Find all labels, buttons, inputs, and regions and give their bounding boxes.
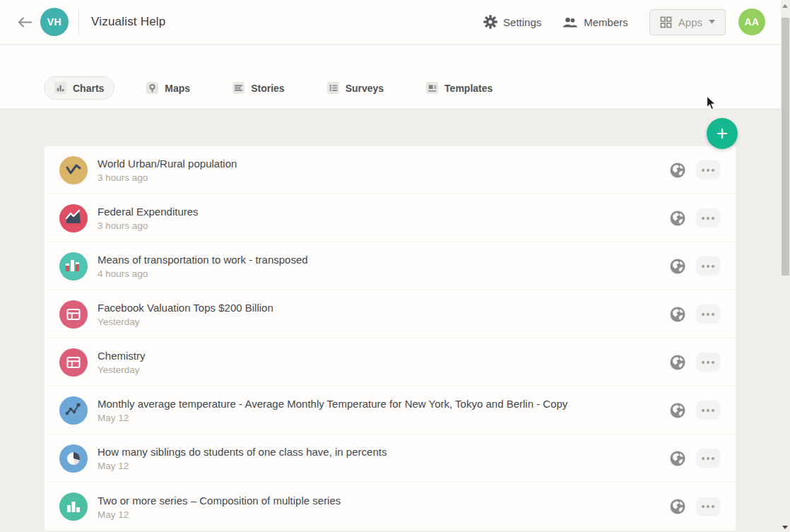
bar-chart-thumb-icon (59, 492, 88, 521)
create-new-button[interactable]: + (707, 118, 738, 149)
item-timestamp: May 12 (98, 509, 341, 520)
published-globe-icon[interactable] (669, 450, 686, 467)
item-timestamp: 3 hours ago (98, 172, 237, 183)
scrollbar-thumb[interactable] (782, 18, 789, 276)
published-globe-icon[interactable] (669, 162, 686, 179)
list-item[interactable]: Federal Expenditures 3 hours ago (45, 194, 736, 242)
apps-grid-icon (660, 16, 672, 28)
apps-label: Apps (678, 16, 702, 28)
template-icon (426, 82, 438, 94)
item-title: Monthly average temperature - Average Mo… (98, 397, 567, 410)
chevron-down-icon (709, 20, 715, 24)
table-thumb-icon (59, 348, 88, 377)
list-item[interactable]: Chemistry Yesterday (45, 338, 736, 386)
arrow-left-icon (17, 16, 33, 28)
tab-surveys-label: Surveys (346, 83, 384, 94)
item-timestamp: Yesterday (98, 365, 146, 375)
published-globe-icon[interactable] (669, 258, 686, 275)
gear-icon (483, 15, 497, 29)
scatter-chart-thumb-icon (59, 396, 88, 425)
published-globe-icon[interactable] (669, 306, 686, 323)
scrollbar-up-arrow[interactable] (782, 4, 788, 8)
list-item[interactable]: World Urban/Rural population 3 hours ago (45, 146, 736, 194)
row-menu-button[interactable] (696, 208, 720, 227)
settings-label: Settings (503, 16, 541, 28)
row-menu-button[interactable] (696, 353, 720, 372)
item-title: Federal Expenditures (98, 205, 199, 218)
pie-chart-thumb-icon (59, 444, 88, 473)
charts-bar-icon (54, 82, 66, 94)
vertical-scrollbar[interactable] (781, 0, 790, 532)
header-divider (78, 9, 79, 35)
tab-bar: Charts Maps Stories (0, 45, 781, 110)
tab-charts[interactable]: Charts (44, 76, 114, 100)
item-title: Means of transportation to work - transp… (98, 253, 308, 266)
published-globe-icon[interactable] (669, 210, 686, 227)
table-thumb-icon (59, 300, 88, 329)
list-item[interactable]: Monthly average temperature - Average Mo… (45, 386, 736, 435)
row-menu-button[interactable] (696, 497, 720, 516)
list-item[interactable]: Means of transportation to work - transp… (45, 242, 736, 290)
item-timestamp: May 12 (98, 461, 387, 471)
user-avatar[interactable]: AA (738, 8, 765, 35)
tab-maps[interactable]: Maps (136, 76, 201, 100)
top-bar: VH Vizualist Help (0, 0, 781, 45)
projects-list: World Urban/Rural population 3 hours ago (45, 146, 736, 531)
tab-templates[interactable]: Templates (415, 76, 503, 100)
row-menu-button[interactable] (696, 256, 720, 276)
list-item[interactable]: How many siblings do students of one cla… (45, 435, 736, 483)
published-globe-icon[interactable] (669, 402, 686, 419)
story-lines-icon (232, 82, 244, 94)
area-chart-thumb-icon (59, 204, 88, 232)
survey-list-icon (327, 82, 339, 94)
back-button[interactable] (16, 13, 34, 31)
published-globe-icon[interactable] (669, 354, 686, 371)
list-item[interactable]: Facebook Valuation Tops $200 Billion Yes… (45, 290, 736, 338)
item-timestamp: May 12 (98, 413, 567, 423)
page-title: Vizualist Help (91, 15, 165, 29)
row-menu-button[interactable] (696, 305, 720, 324)
members-menu-item[interactable]: Members (562, 16, 628, 29)
workspace-avatar[interactable]: VH (40, 8, 69, 36)
row-menu-button[interactable] (696, 449, 720, 468)
row-menu-button[interactable] (696, 401, 720, 420)
apps-button[interactable]: Apps (649, 9, 726, 35)
item-title: World Urban/Rural population (98, 157, 237, 170)
tab-charts-label: Charts (73, 83, 104, 94)
item-title: Chemistry (98, 349, 146, 362)
tab-templates-label: Templates (444, 83, 493, 94)
settings-menu-item[interactable]: Settings (483, 15, 541, 29)
scrollbar-down-arrow[interactable] (782, 526, 788, 529)
row-menu-button[interactable] (696, 160, 720, 179)
tab-stories-label: Stories (251, 83, 284, 94)
line-chart-thumb-icon (59, 156, 88, 184)
members-label: Members (584, 16, 628, 28)
published-globe-icon[interactable] (669, 498, 686, 515)
top-bar-actions: Settings Members Apps (483, 8, 781, 35)
content-area: World Urban/Rural population 3 hours ago (0, 110, 781, 532)
item-title: Facebook Valuation Tops $200 Billion (98, 301, 273, 314)
item-title: Two or more series – Composition of mult… (98, 494, 341, 507)
item-timestamp: 4 hours ago (98, 268, 308, 279)
column-chart-thumb-icon (59, 252, 88, 280)
app-window: VH Vizualist Help (0, 0, 781, 532)
members-icon (562, 16, 578, 29)
tab-stories[interactable]: Stories (222, 76, 295, 100)
item-title: How many siblings do students of one cla… (98, 445, 387, 459)
item-timestamp: Yesterday (98, 317, 273, 327)
tab-maps-label: Maps (165, 83, 190, 94)
item-timestamp: 3 hours ago (98, 220, 199, 231)
map-pin-icon (146, 82, 158, 94)
list-item[interactable]: Two or more series – Composition of mult… (45, 483, 736, 531)
tab-surveys[interactable]: Surveys (317, 76, 394, 100)
